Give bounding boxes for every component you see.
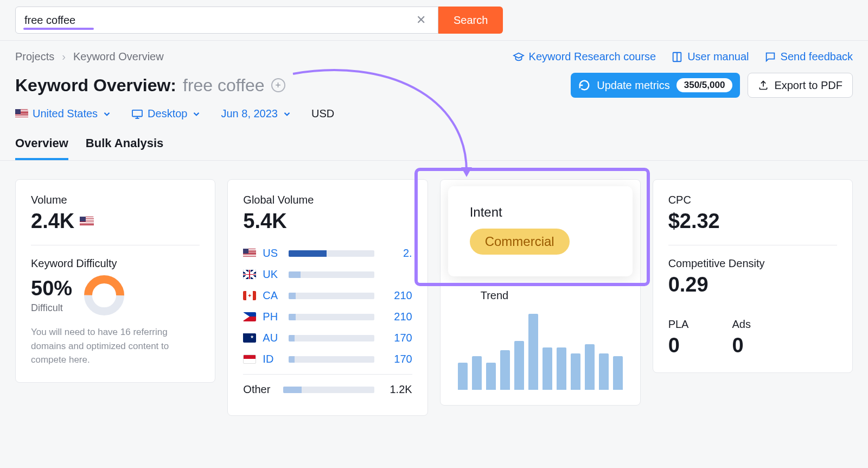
volume-bar: [289, 250, 374, 257]
volume-value: 210: [381, 311, 412, 323]
global-volume-row[interactable]: US2.: [243, 243, 412, 264]
volume-value: 170: [381, 332, 412, 344]
global-volume-row[interactable]: CA210: [243, 285, 412, 306]
tab-bulk-analysis[interactable]: Bulk Analysis: [86, 131, 163, 160]
search-input[interactable]: [24, 14, 413, 27]
add-keyword-button[interactable]: +: [271, 78, 285, 92]
trend-chart: [456, 308, 625, 390]
cpc-value: $2.32: [668, 210, 837, 233]
country-code: AU: [263, 332, 282, 344]
clear-icon[interactable]: ✕: [413, 13, 429, 27]
update-metrics-button[interactable]: Update metrics 350/5,000: [571, 73, 740, 98]
country-code: US: [263, 247, 282, 260]
intent-value-pill: Commercial: [470, 229, 570, 255]
user-manual-link[interactable]: User manual: [671, 50, 749, 63]
ads-label: Ads: [732, 318, 750, 331]
competitive-density-label: Competitive Density: [668, 257, 837, 270]
country-code: CA: [263, 289, 282, 302]
pla-value: 0: [668, 334, 689, 357]
trend-bar: [500, 350, 510, 390]
breadcrumb-current: Keyword Overview: [73, 50, 164, 63]
kd-label: Keyword Difficulty: [31, 257, 200, 270]
keyword-research-course-link[interactable]: Keyword Research course: [513, 50, 656, 63]
volume-bar: [289, 335, 374, 341]
intent-panel: Intent Commercial: [448, 186, 633, 276]
chevron-right-icon: ›: [62, 50, 66, 63]
trend-label: Trend: [481, 289, 625, 302]
refresh-icon: [578, 79, 590, 91]
breadcrumb: Projects › Keyword Overview: [15, 50, 164, 63]
flag-uk-icon: [243, 270, 256, 279]
kd-donut-chart: [83, 274, 125, 317]
flag-id-icon: [243, 355, 256, 364]
search-highlight-underline: [23, 28, 94, 30]
kd-difficulty: Difficult: [31, 302, 72, 314]
country-code: ID: [263, 353, 282, 365]
search-input-wrap[interactable]: ✕: [15, 7, 438, 34]
trend-bar: [571, 353, 580, 390]
competitive-density-value: 0.29: [668, 273, 837, 296]
page-title-label: Keyword Overview:: [15, 75, 176, 96]
trend-bar: [486, 363, 496, 390]
other-label: Other: [243, 383, 277, 396]
volume-value: 2.: [381, 247, 412, 260]
trend-bar: [528, 314, 538, 390]
global-volume-row[interactable]: PH210: [243, 306, 412, 327]
book-icon: [671, 51, 683, 63]
chat-icon: [764, 51, 776, 63]
cpc-card: CPC $2.32 Competitive Density 0.29 PLA 0…: [653, 179, 853, 373]
intent-trend-card: Intent Commercial Trend: [440, 179, 641, 406]
ads-value: 0: [732, 334, 750, 357]
intent-label: Intent: [470, 205, 611, 220]
chevron-down-icon: [282, 109, 292, 119]
trend-bar: [458, 363, 468, 390]
send-feedback-link[interactable]: Send feedback: [764, 50, 853, 63]
global-volume-label: Global Volume: [243, 194, 412, 206]
global-volume-row[interactable]: UK: [243, 264, 412, 285]
flag-us-icon: [80, 217, 94, 226]
trend-bar: [542, 347, 552, 390]
volume-label: Volume: [31, 194, 200, 206]
desktop-icon: [131, 109, 143, 119]
chevron-down-icon: [192, 109, 201, 119]
trend-bar: [599, 353, 609, 390]
trend-bar: [613, 356, 623, 390]
volume-bar: [289, 314, 374, 320]
global-volume-row[interactable]: AU170: [243, 327, 412, 349]
kd-value: 50%: [31, 277, 72, 300]
search-button[interactable]: Search: [438, 7, 503, 34]
global-volume-value: 5.4K: [243, 210, 412, 233]
volume-card: Volume 2.4K Keyword Difficulty 50% Diffi…: [15, 179, 215, 383]
cpc-label: CPC: [668, 194, 837, 206]
country-filter[interactable]: United States: [15, 107, 112, 120]
global-volume-row[interactable]: ID170: [243, 349, 412, 370]
global-volume-card: Global Volume 5.4K US2.UKCA210PH210AU170…: [227, 179, 427, 416]
breadcrumb-root[interactable]: Projects: [15, 50, 54, 63]
country-code: PH: [263, 311, 282, 323]
tab-overview[interactable]: Overview: [15, 131, 68, 160]
upload-icon: [758, 80, 769, 91]
volume-value: 2.4K: [31, 210, 74, 233]
flag-us-icon: [243, 249, 256, 258]
kd-description: You will need to have 16 referring domai…: [31, 325, 200, 367]
flag-ph-icon: [243, 312, 256, 321]
graduation-cap-icon: [513, 51, 525, 63]
svg-rect-3: [132, 110, 142, 116]
trend-bar: [514, 341, 524, 390]
volume-bar: [289, 271, 374, 278]
device-filter[interactable]: Desktop: [131, 107, 201, 120]
volume-bar: [289, 356, 374, 363]
export-pdf-button[interactable]: Export to PDF: [748, 73, 853, 98]
volume-bar: [289, 293, 374, 299]
chevron-down-icon: [102, 109, 112, 119]
trend-bar: [557, 347, 566, 390]
global-volume-other-row: Other1.2K: [243, 374, 412, 400]
date-filter[interactable]: Jun 8, 2023: [221, 107, 292, 120]
volume-value: 1.2K: [381, 383, 412, 396]
page-title-keyword: free coffee: [183, 75, 265, 96]
volume-value: 170: [381, 353, 412, 365]
country-code: UK: [263, 268, 282, 281]
trend-bar: [472, 356, 482, 390]
currency-label: USD: [311, 107, 334, 120]
update-metrics-counter: 350/5,000: [676, 78, 733, 92]
